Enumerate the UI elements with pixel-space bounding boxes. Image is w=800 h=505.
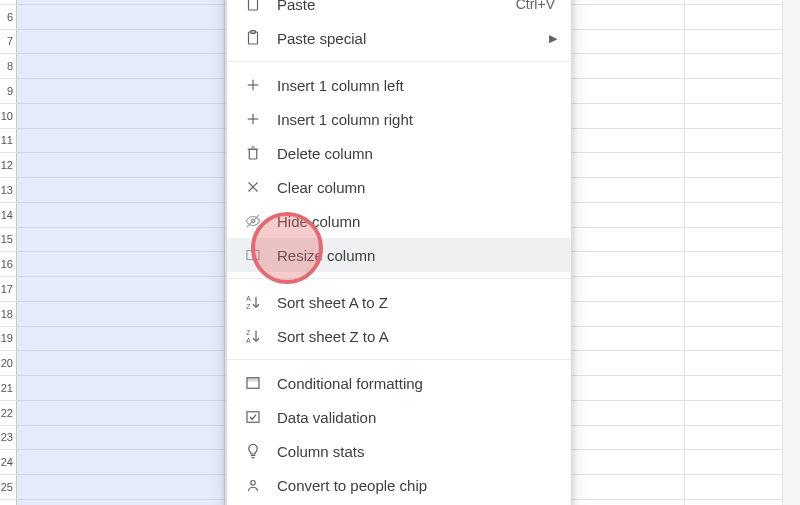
cell[interactable]	[570, 351, 685, 375]
row-header[interactable]: 18	[0, 302, 17, 327]
cell[interactable]	[570, 228, 685, 252]
cell[interactable]	[570, 5, 685, 29]
selected-cell[interactable]	[17, 79, 225, 104]
row-header[interactable]: 16	[0, 252, 17, 277]
menu-delete-column[interactable]: Delete column	[227, 136, 571, 170]
menu-label: Sort sheet Z to A	[277, 328, 389, 345]
row-header[interactable]: 25	[0, 475, 17, 500]
cell[interactable]	[570, 129, 685, 153]
spreadsheet-area: 567891011121314151617181920212223242526 …	[0, 0, 800, 505]
row-header[interactable]: 24	[0, 450, 17, 475]
selected-cell[interactable]	[17, 351, 225, 376]
menu-label: Insert 1 column right	[277, 111, 413, 128]
menu-label: Paste special	[277, 30, 366, 47]
menu-resize-column[interactable]: Resize column	[227, 238, 571, 272]
row-header[interactable]: 23	[0, 426, 17, 451]
selected-cell[interactable]	[17, 475, 225, 500]
menu-insert-right[interactable]: Insert 1 column right	[227, 102, 571, 136]
row-header[interactable]: 11	[0, 129, 17, 154]
selected-cell[interactable]	[17, 401, 225, 426]
row-header[interactable]: 8	[0, 54, 17, 79]
row-header[interactable]: 12	[0, 153, 17, 178]
menu-label: Paste	[277, 0, 315, 13]
row-header[interactable]: 20	[0, 351, 17, 376]
cell[interactable]	[570, 178, 685, 202]
menu-column-stats[interactable]: Column stats	[227, 434, 571, 468]
menu-people-chip[interactable]: Convert to people chip	[227, 468, 571, 502]
selected-cell[interactable]	[17, 178, 225, 203]
row-header[interactable]: 26	[0, 500, 17, 505]
svg-text:A: A	[246, 295, 251, 302]
menu-label: Column stats	[277, 443, 365, 460]
menu-data-validation[interactable]: Data validation	[227, 400, 571, 434]
selected-cell[interactable]	[17, 426, 225, 451]
menu-hide-column[interactable]: Hide column	[227, 204, 571, 238]
cell[interactable]	[570, 104, 685, 128]
row-header[interactable]: 21	[0, 376, 17, 401]
cell[interactable]	[570, 302, 685, 326]
cell[interactable]	[570, 30, 685, 54]
cell[interactable]	[570, 252, 685, 276]
row-header[interactable]: 22	[0, 401, 17, 426]
selected-cell[interactable]	[17, 228, 225, 253]
row-header[interactable]: 7	[0, 30, 17, 55]
cell[interactable]	[570, 376, 685, 400]
cell[interactable]	[570, 153, 685, 177]
cell[interactable]	[570, 426, 685, 450]
row-header[interactable]: 15	[0, 228, 17, 253]
selected-cell[interactable]	[17, 302, 225, 327]
menu-label: Insert 1 column left	[277, 77, 404, 94]
selected-cell[interactable]	[17, 500, 225, 505]
menu-label: Hide column	[277, 213, 360, 230]
cell[interactable]	[570, 475, 685, 499]
svg-text:Z: Z	[246, 303, 250, 310]
row-header[interactable]: 10	[0, 104, 17, 129]
selected-cell[interactable]	[17, 54, 225, 79]
cell[interactable]	[570, 277, 685, 301]
selected-cell[interactable]	[17, 129, 225, 154]
selected-cell[interactable]	[17, 153, 225, 178]
row-header[interactable]: 14	[0, 203, 17, 228]
menu-paste-special[interactable]: Paste special ▶	[227, 21, 571, 55]
row-header[interactable]: 6	[0, 5, 17, 30]
selected-cell[interactable]	[17, 30, 225, 55]
cell[interactable]	[570, 54, 685, 78]
selected-cell[interactable]	[17, 450, 225, 475]
menu-sort-za[interactable]: ZA Sort sheet Z to A	[227, 319, 571, 353]
selected-cell[interactable]	[17, 5, 225, 30]
row-header[interactable]: 19	[0, 327, 17, 352]
plus-icon	[243, 109, 263, 129]
selected-cell[interactable]	[17, 277, 225, 302]
cell[interactable]	[570, 500, 685, 505]
cell[interactable]	[570, 0, 685, 4]
close-icon	[243, 177, 263, 197]
row-header[interactable]: 13	[0, 178, 17, 203]
row-header[interactable]: 9	[0, 79, 17, 104]
people-chip-icon	[243, 475, 263, 495]
row-header[interactable]: 17	[0, 277, 17, 302]
sort-za-icon: ZA	[243, 326, 263, 346]
menu-conditional-formatting[interactable]: Conditional formatting	[227, 366, 571, 400]
cell[interactable]	[570, 450, 685, 474]
cell[interactable]	[570, 327, 685, 351]
cell[interactable]	[570, 203, 685, 227]
selected-cell[interactable]	[17, 252, 225, 277]
trash-icon	[243, 143, 263, 163]
resize-icon	[243, 245, 263, 265]
cell[interactable]	[570, 401, 685, 425]
data-validation-icon	[243, 407, 263, 427]
menu-label: Convert to people chip	[277, 477, 427, 494]
menu-separator	[227, 359, 571, 360]
cell[interactable]	[570, 79, 685, 103]
selected-cell[interactable]	[17, 104, 225, 129]
selected-column[interactable]	[17, 0, 225, 505]
menu-label: Clear column	[277, 179, 365, 196]
selected-cell[interactable]	[17, 376, 225, 401]
menu-insert-left[interactable]: Insert 1 column left	[227, 68, 571, 102]
selected-cell[interactable]	[17, 203, 225, 228]
vertical-scrollbar[interactable]	[782, 0, 800, 505]
menu-clear-column[interactable]: Clear column	[227, 170, 571, 204]
menu-paste[interactable]: Paste Ctrl+V	[227, 0, 571, 21]
selected-cell[interactable]	[17, 327, 225, 352]
menu-sort-az[interactable]: AZ Sort sheet A to Z	[227, 285, 571, 319]
